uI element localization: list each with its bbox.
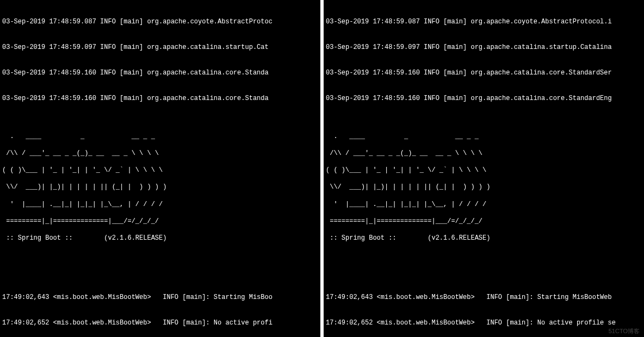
spring-boot-banner: . ____ _ __ _ _ /\\ / ___'_ __ _ _(_)_ _… <box>2 124 318 260</box>
log-line: 17:49:02,652 <mis.boot.web.MisBootWeb> I… <box>326 319 642 328</box>
log-line: 17:49:02,643 <mis.boot.web.MisBootWeb> I… <box>326 294 642 302</box>
log-line: 03-Sep-2019 17:48:59.087 INFO [main] org… <box>326 18 642 27</box>
log-line: 03-Sep-2019 17:48:59.097 INFO [main] org… <box>2 43 318 52</box>
log-line: 03-Sep-2019 17:48:59.160 INFO [main] org… <box>326 69 642 78</box>
log-line: 03-Sep-2019 17:48:59.160 INFO [main] org… <box>2 95 318 103</box>
left-terminal-pane[interactable]: 03-Sep-2019 17:48:59.087 INFO [main] org… <box>0 0 320 337</box>
log-line: 03-Sep-2019 17:48:59.087 INFO [main] org… <box>2 18 318 27</box>
watermark-label: 51CTO博客 <box>609 327 640 335</box>
spring-boot-banner: . ____ _ __ _ _ /\\ / ___'_ __ _ _(_)_ _… <box>326 124 642 260</box>
log-line: 03-Sep-2019 17:48:59.160 INFO [main] org… <box>2 69 318 78</box>
log-line: 03-Sep-2019 17:48:59.097 INFO [main] org… <box>326 43 642 52</box>
log-line: 17:49:02,652 <mis.boot.web.MisBootWeb> I… <box>2 319 318 328</box>
right-terminal-pane[interactable]: 03-Sep-2019 17:48:59.087 INFO [main] org… <box>324 0 644 337</box>
log-line: 03-Sep-2019 17:48:59.160 INFO [main] org… <box>326 95 642 103</box>
log-line: 17:49:02,643 <mis.boot.web.MisBootWeb> I… <box>2 294 318 302</box>
